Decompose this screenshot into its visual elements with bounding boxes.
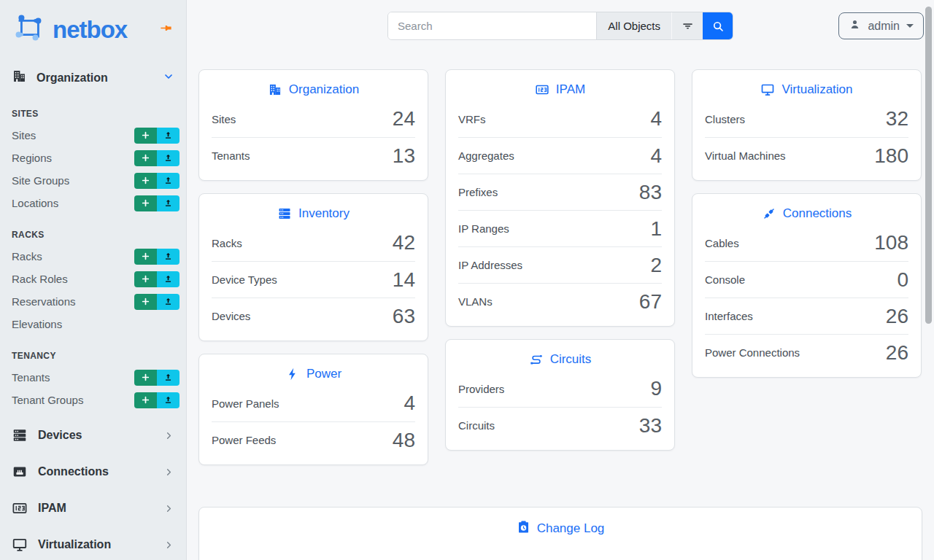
- search-scope-dropdown[interactable]: All Objects: [596, 12, 671, 39]
- circuits-icon: [529, 352, 544, 367]
- import-button[interactable]: [157, 370, 180, 386]
- stat-row: Interfaces26: [705, 298, 908, 334]
- upload-icon: [163, 198, 173, 208]
- add-button[interactable]: [134, 271, 157, 287]
- scrollbar-thumb[interactable]: [925, 7, 932, 324]
- cable-icon: [762, 206, 776, 221]
- sidebar-item-label: Devices: [38, 429, 82, 442]
- user-menu-button[interactable]: admin: [838, 12, 924, 39]
- stat-card-columns: OrganizationSites24Tenants13InventoryRac…: [198, 69, 922, 496]
- import-button[interactable]: [157, 392, 180, 408]
- stat-label-link[interactable]: Device Types: [212, 273, 277, 286]
- virtualization-card-title-link[interactable]: Virtualization: [692, 70, 921, 101]
- changelog-title-link[interactable]: Change Log: [199, 508, 922, 541]
- stat-label-link[interactable]: IP Addresses: [458, 259, 522, 271]
- stat-label-link[interactable]: Prefixes: [458, 186, 498, 198]
- brand-wordmark[interactable]: netbox: [53, 18, 127, 42]
- sidebar-item[interactable]: Site Groups: [0, 169, 186, 192]
- add-button[interactable]: [134, 195, 157, 211]
- sidebar-item[interactable]: Tenant Groups: [0, 389, 186, 411]
- sidebar-item[interactable]: Locations: [0, 192, 186, 214]
- sidebar-item[interactable]: Tenants: [0, 366, 186, 389]
- plus-icon: [141, 373, 150, 382]
- sidebar-item-virtualization[interactable]: Virtualization: [0, 526, 186, 560]
- sidebar-item[interactable]: Reservations: [0, 290, 186, 313]
- search-filter-button[interactable]: [671, 12, 703, 39]
- sidebar-item-connections[interactable]: Connections: [0, 454, 186, 490]
- stat-label-link[interactable]: Clusters: [705, 113, 745, 125]
- card-title-label: Virtualization: [781, 82, 852, 97]
- import-button[interactable]: [157, 128, 180, 144]
- stat-row: Sites24: [212, 101, 415, 137]
- stat-label-link[interactable]: VRFs: [458, 113, 486, 125]
- add-button[interactable]: [134, 249, 157, 265]
- card-title-label: IPAM: [556, 82, 585, 97]
- stat-label-link[interactable]: Circuits: [458, 419, 495, 432]
- stat-label-link[interactable]: Providers: [458, 383, 504, 395]
- sidebar: netbox Organization SITESSitesRegionsSit…: [0, 0, 187, 560]
- stat-label-link[interactable]: Racks: [212, 237, 242, 249]
- inventory-card-title-link[interactable]: Inventory: [199, 194, 428, 225]
- stat-value: 83: [639, 182, 662, 203]
- add-button[interactable]: [134, 173, 157, 189]
- power-card-title-link[interactable]: Power: [199, 354, 428, 385]
- ipam-card-title-link[interactable]: IPAM: [446, 70, 674, 101]
- stat-list: Cables108Console0Interfaces26Power Conne…: [692, 225, 921, 377]
- sidebar-item-ipam[interactable]: IPAM: [0, 490, 186, 526]
- add-button[interactable]: [134, 128, 157, 144]
- import-button[interactable]: [157, 294, 180, 310]
- stat-list: Racks42Device Types14Devices63: [199, 225, 428, 341]
- circuits-card-title-link[interactable]: Circuits: [446, 340, 674, 370]
- global-search: All Objects: [387, 12, 733, 40]
- sidebar-item[interactable]: Rack Roles: [0, 268, 186, 290]
- sidebar-item-organization[interactable]: Organization: [0, 62, 186, 93]
- sidebar-item-label: Sites: [12, 129, 134, 141]
- import-button[interactable]: [157, 195, 180, 211]
- stat-label-link[interactable]: Devices: [212, 310, 250, 322]
- stat-value: 180: [874, 146, 908, 166]
- card-title-label: Organization: [289, 82, 359, 97]
- add-button[interactable]: [134, 294, 157, 310]
- connections-card-title-link[interactable]: Connections: [692, 194, 921, 225]
- pin-sidebar-button[interactable]: [158, 20, 174, 39]
- netbox-logo-icon[interactable]: [12, 11, 45, 47]
- stat-label-link[interactable]: Cables: [705, 237, 739, 249]
- stat-value: 13: [393, 146, 415, 166]
- sidebar-item[interactable]: Sites: [0, 124, 186, 147]
- organization-card-title-link[interactable]: Organization: [199, 70, 428, 101]
- stat-row: Virtual Machines180: [705, 137, 908, 174]
- sidebar-item-devices[interactable]: Devices: [0, 417, 186, 454]
- stat-label-link[interactable]: Virtual Machines: [705, 149, 786, 162]
- ethernet-icon: [12, 464, 28, 480]
- stat-label-link[interactable]: Power Connections: [705, 346, 800, 359]
- stat-label-link[interactable]: Sites: [212, 113, 236, 125]
- stat-label-link[interactable]: IP Ranges: [458, 222, 509, 235]
- search-input[interactable]: [388, 12, 596, 39]
- stat-label-link[interactable]: Power Panels: [212, 397, 279, 410]
- add-button[interactable]: [134, 392, 157, 408]
- virtualization-card: VirtualizationClusters32Virtual Machines…: [692, 69, 922, 181]
- stat-row: Power Panels4: [212, 385, 415, 421]
- import-button[interactable]: [157, 249, 180, 265]
- import-button[interactable]: [157, 173, 180, 189]
- add-button[interactable]: [134, 150, 157, 166]
- add-button[interactable]: [134, 370, 157, 386]
- monitor-icon: [760, 82, 775, 97]
- circuits-card: CircuitsProviders9Circuits33: [445, 339, 675, 451]
- caret-down-icon: [906, 24, 914, 28]
- stat-label-link[interactable]: Interfaces: [705, 310, 753, 322]
- stat-label-link[interactable]: Aggregates: [458, 149, 514, 162]
- stat-list: Clusters32Virtual Machines180: [692, 101, 921, 180]
- stat-value: 32: [886, 109, 908, 129]
- sidebar-item[interactable]: Elevations: [0, 313, 186, 335]
- stat-label-link[interactable]: Power Feeds: [212, 434, 276, 446]
- import-button[interactable]: [157, 271, 180, 287]
- sidebar-item[interactable]: Racks: [0, 245, 186, 268]
- stat-label-link[interactable]: VLANs: [458, 295, 493, 308]
- sidebar-item[interactable]: Regions: [0, 147, 186, 169]
- stat-label-link[interactable]: Console: [705, 273, 745, 286]
- sidebar-group-heading: RACKS: [0, 214, 186, 245]
- search-submit-button[interactable]: [703, 12, 733, 39]
- stat-label-link[interactable]: Tenants: [212, 149, 250, 162]
- import-button[interactable]: [157, 150, 180, 166]
